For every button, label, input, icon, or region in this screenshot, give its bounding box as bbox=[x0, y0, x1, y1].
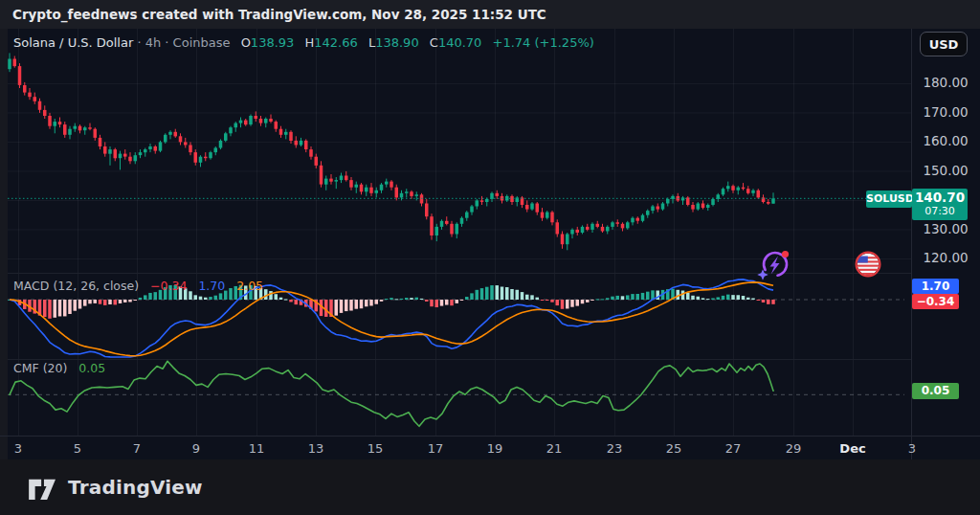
macd-hist-bar bbox=[546, 300, 549, 301]
change-value: +1.74 (+1.25%) bbox=[493, 35, 594, 50]
candle-body bbox=[731, 186, 735, 190]
symbol-title[interactable]: Solana / U.S. Dollar bbox=[13, 35, 133, 50]
close-value: 140.70 bbox=[438, 35, 482, 50]
candle-body bbox=[621, 224, 625, 229]
candle-body bbox=[465, 213, 469, 218]
candle-body bbox=[365, 188, 368, 192]
macd-hist-bar bbox=[369, 300, 373, 305]
macd-hist-bar bbox=[440, 300, 444, 306]
low-value: 138.90 bbox=[375, 35, 419, 50]
candle-body bbox=[410, 191, 413, 196]
macd-hist-bar bbox=[415, 298, 419, 300]
macd-hist-bar bbox=[360, 300, 364, 308]
macd-hist-bar bbox=[767, 300, 770, 304]
candle-body bbox=[83, 127, 87, 130]
cmf-label[interactable]: CMF (20) bbox=[13, 361, 67, 375]
attribution-bar: Crypto_feednews created with TradingView… bbox=[0, 0, 980, 29]
macd-hist-bar bbox=[83, 300, 87, 306]
macd-hist-bar bbox=[586, 300, 590, 302]
tradingview-brand-text[interactable]: TradingView bbox=[68, 476, 203, 499]
cmf-badge: 0.05 bbox=[912, 383, 959, 399]
macd-hist-bar bbox=[731, 295, 735, 300]
candle-body bbox=[651, 207, 655, 212]
macd-hist-bar bbox=[485, 287, 489, 300]
sparkle-icon bbox=[757, 269, 768, 280]
candle-body bbox=[13, 59, 17, 67]
macd-hist-bar bbox=[510, 289, 514, 300]
candle-body bbox=[686, 197, 690, 205]
time-tick-label: 9 bbox=[192, 441, 200, 456]
macd-hist-bar bbox=[219, 293, 223, 300]
time-tick-label: 3 bbox=[14, 441, 22, 456]
macd-hist-bar bbox=[470, 293, 474, 300]
candle-body bbox=[711, 199, 715, 205]
macd-hist-bar bbox=[154, 292, 158, 300]
macd-hist-bar bbox=[144, 295, 147, 300]
time-tick-label: 3 bbox=[908, 441, 916, 456]
candle-body bbox=[239, 121, 243, 123]
macd-hist-bar bbox=[762, 300, 766, 302]
macd-hist-bar bbox=[119, 300, 122, 303]
price-chart-canvas[interactable] bbox=[0, 29, 911, 437]
candle-body bbox=[646, 211, 650, 215]
macd-hist-bar bbox=[123, 300, 127, 302]
macd-hist-bar bbox=[375, 300, 379, 304]
candle-body bbox=[485, 199, 489, 202]
macd-hist-bar bbox=[99, 300, 102, 304]
candle-body bbox=[194, 152, 198, 163]
candle-body bbox=[456, 224, 459, 235]
candle-body bbox=[420, 194, 424, 203]
candle-body bbox=[611, 222, 614, 227]
time-axis[interactable]: 357911131517192123252729Dec3 bbox=[0, 436, 980, 459]
macd-hist-bar bbox=[530, 295, 534, 300]
macd-label[interactable]: MACD (12, 26, close) bbox=[13, 279, 139, 293]
candle-body bbox=[54, 122, 57, 126]
macd-hist-bar bbox=[108, 300, 112, 304]
macd-hist-bar bbox=[349, 300, 353, 311]
candle-body bbox=[179, 136, 183, 142]
macd-hist-bar bbox=[43, 300, 47, 317]
candle-body bbox=[470, 207, 474, 213]
time-tick-label: 25 bbox=[666, 441, 682, 456]
candle-body bbox=[43, 110, 47, 116]
candle-body bbox=[279, 129, 283, 135]
candle-body bbox=[244, 121, 248, 125]
candle-body bbox=[726, 186, 730, 189]
candle-body bbox=[224, 133, 228, 141]
macd-hist-bar bbox=[521, 292, 524, 300]
candle-body bbox=[269, 119, 273, 122]
footer-bar: TradingView bbox=[0, 459, 980, 515]
candle-body bbox=[430, 216, 434, 235]
macd-hist-bar bbox=[456, 300, 459, 303]
open-label: O bbox=[241, 35, 251, 50]
macd-signal-value: 2.05 bbox=[236, 279, 263, 293]
candle-body bbox=[510, 196, 514, 202]
us-flag-icon[interactable] bbox=[855, 251, 881, 278]
macd-hist-bar bbox=[450, 300, 454, 305]
macd-hist-bar bbox=[134, 300, 138, 301]
candle-body bbox=[349, 180, 353, 188]
macd-line-value: 1.70 bbox=[198, 279, 225, 293]
currency-toggle-button[interactable]: USD bbox=[920, 32, 968, 56]
candle-body bbox=[139, 152, 143, 155]
candle-body bbox=[284, 132, 288, 135]
macd-hist-badge: −0.34 bbox=[912, 294, 959, 309]
macd-hist-bar bbox=[737, 295, 741, 300]
candle-body bbox=[48, 116, 52, 126]
macd-hist-bar bbox=[590, 300, 594, 301]
macd-hist-bar bbox=[355, 300, 359, 309]
candle-body bbox=[144, 149, 147, 152]
last-price-value: 140.70 bbox=[912, 190, 968, 206]
candle-body bbox=[480, 200, 484, 202]
macd-hist-bar bbox=[757, 300, 761, 301]
candle-body bbox=[530, 204, 534, 210]
macd-hist-bar bbox=[390, 298, 393, 300]
candle-body bbox=[767, 202, 770, 204]
macd-hist-bar bbox=[722, 296, 725, 300]
candle-body bbox=[219, 141, 223, 148]
candle-body bbox=[737, 188, 741, 190]
tradingview-logo-icon[interactable] bbox=[27, 475, 59, 500]
price-tick-label: 170.00 bbox=[912, 104, 979, 120]
spark-ai-icon[interactable] bbox=[755, 246, 793, 284]
macd-hist-bar bbox=[751, 299, 755, 300]
